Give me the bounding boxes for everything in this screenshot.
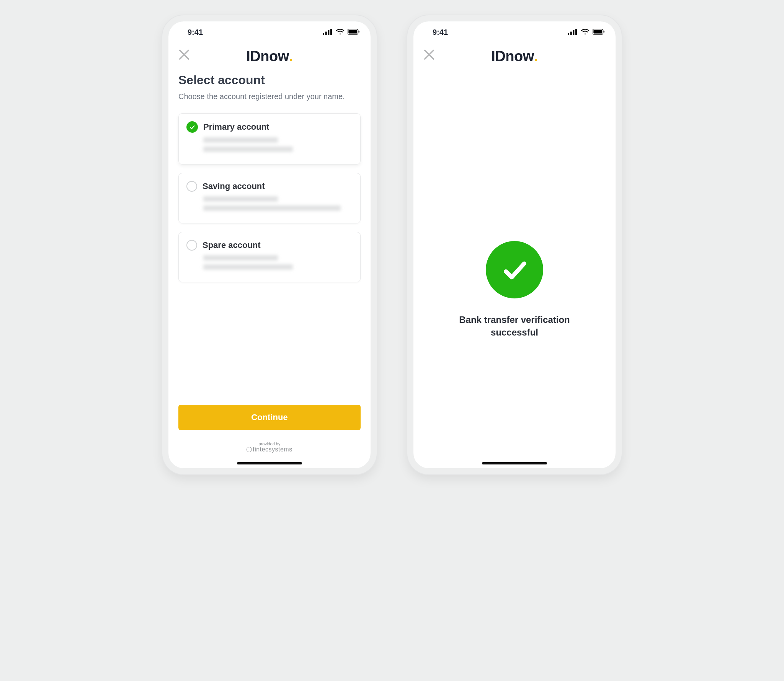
phone-success: 9:41 IDnow. Bank transfer verification s… — [407, 15, 622, 474]
account-label: Primary account — [203, 122, 269, 132]
account-details-redacted — [203, 255, 353, 270]
battery-icon — [348, 29, 360, 35]
provider-footer: provided by fintecsystems — [178, 442, 361, 453]
brand-logo: IDnow. — [491, 48, 538, 65]
radio-selected-icon — [186, 121, 198, 133]
status-bar: 9:41 — [413, 21, 616, 43]
status-icons — [323, 29, 360, 35]
app-header: IDnow. — [168, 43, 371, 73]
radio-unselected-icon — [186, 240, 197, 251]
svg-rect-11 — [573, 30, 574, 35]
svg-rect-10 — [570, 32, 572, 35]
radio-unselected-icon — [186, 181, 197, 192]
continue-button[interactable]: Continue — [178, 405, 361, 430]
select-account-content: Select account Choose the account regist… — [168, 73, 371, 468]
battery-icon — [593, 29, 605, 35]
svg-rect-3 — [330, 29, 332, 35]
account-label: Saving account — [203, 181, 265, 191]
svg-rect-0 — [323, 33, 324, 35]
svg-rect-5 — [348, 30, 357, 33]
home-indicator[interactable] — [237, 462, 302, 464]
success-check-icon — [486, 241, 543, 298]
status-time: 9:41 — [433, 28, 448, 37]
wifi-icon — [336, 29, 345, 35]
wifi-icon — [581, 29, 590, 35]
svg-rect-1 — [325, 32, 327, 35]
app-header: IDnow. — [413, 43, 616, 73]
success-message: Bank transfer verification successful — [423, 314, 606, 339]
status-time: 9:41 — [188, 28, 203, 37]
svg-rect-9 — [568, 33, 569, 35]
signal-icon — [568, 29, 578, 35]
provided-by-label: provided by — [178, 442, 361, 446]
close-icon[interactable] — [178, 48, 191, 61]
account-card-spare[interactable]: Spare account — [178, 232, 361, 282]
page-subtitle: Choose the account registered under your… — [178, 91, 361, 102]
account-card-primary[interactable]: Primary account — [178, 113, 361, 165]
page-title: Select account — [178, 73, 361, 87]
svg-rect-12 — [575, 29, 577, 35]
account-card-saving[interactable]: Saving account — [178, 173, 361, 223]
phone-select-account: 9:41 IDnow. Select account Choose the ac… — [162, 15, 377, 474]
brand-name: IDnow — [246, 48, 289, 65]
status-bar: 9:41 — [168, 21, 371, 43]
status-icons — [568, 29, 605, 35]
svg-rect-6 — [359, 31, 359, 33]
svg-rect-14 — [593, 30, 602, 33]
close-icon[interactable] — [423, 48, 436, 61]
success-content: Bank transfer verification successful — [413, 73, 616, 468]
home-indicator[interactable] — [482, 462, 547, 464]
brand-logo: IDnow. — [246, 48, 293, 65]
svg-rect-2 — [328, 30, 329, 35]
brand-name: IDnow — [491, 48, 534, 65]
account-details-redacted — [203, 137, 353, 152]
svg-rect-15 — [604, 31, 604, 33]
provider-name: fintecsystems — [178, 446, 361, 453]
account-details-redacted — [203, 196, 353, 211]
account-label: Spare account — [203, 240, 261, 250]
signal-icon — [323, 29, 333, 35]
